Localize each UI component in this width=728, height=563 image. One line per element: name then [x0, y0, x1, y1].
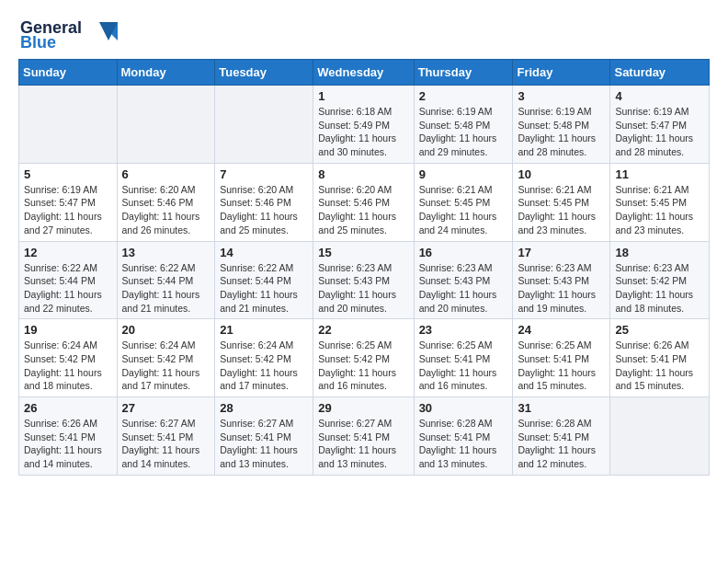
day-number: 3 — [518, 89, 605, 103]
calendar-cell: 16Sunrise: 6:23 AM Sunset: 5:43 PM Dayli… — [414, 241, 513, 319]
day-info: Sunrise: 6:20 AM Sunset: 5:46 PM Dayligh… — [220, 183, 308, 237]
calendar-cell: 5Sunrise: 6:19 AM Sunset: 5:47 PM Daylig… — [19, 163, 118, 241]
calendar-cell: 1Sunrise: 6:18 AM Sunset: 5:49 PM Daylig… — [313, 86, 414, 164]
calendar-cell: 20Sunrise: 6:24 AM Sunset: 5:42 PM Dayli… — [117, 319, 215, 397]
day-info: Sunrise: 6:21 AM Sunset: 5:45 PM Dayligh… — [615, 183, 704, 237]
calendar-cell: 31Sunrise: 6:28 AM Sunset: 5:41 PM Dayli… — [513, 397, 610, 476]
day-info: Sunrise: 6:19 AM Sunset: 5:47 PM Dayligh… — [24, 183, 112, 237]
day-number: 16 — [419, 246, 508, 259]
weekday-wednesday: Wednesday — [313, 60, 414, 86]
day-info: Sunrise: 6:19 AM Sunset: 5:48 PM Dayligh… — [419, 105, 508, 159]
day-info: Sunrise: 6:23 AM Sunset: 5:43 PM Dayligh… — [419, 261, 508, 316]
day-info: Sunrise: 6:26 AM Sunset: 5:41 PM Dayligh… — [615, 339, 704, 393]
day-number: 5 — [24, 167, 112, 181]
day-number: 4 — [615, 89, 704, 103]
day-info: Sunrise: 6:27 AM Sunset: 5:41 PM Dayligh… — [220, 417, 308, 471]
calendar-week-1: 1Sunrise: 6:18 AM Sunset: 5:49 PM Daylig… — [19, 86, 710, 164]
calendar-cell — [117, 86, 215, 164]
day-number: 25 — [615, 323, 704, 337]
calendar-cell: 30Sunrise: 6:28 AM Sunset: 5:41 PM Dayli… — [414, 397, 513, 476]
day-number: 27 — [122, 401, 210, 415]
logo-svg: General Blue — [18, 15, 119, 50]
day-info: Sunrise: 6:20 AM Sunset: 5:46 PM Dayligh… — [318, 183, 408, 237]
day-number: 21 — [220, 323, 308, 337]
calendar-cell: 4Sunrise: 6:19 AM Sunset: 5:47 PM Daylig… — [610, 86, 710, 164]
day-number: 2 — [419, 89, 508, 103]
day-info: Sunrise: 6:21 AM Sunset: 5:45 PM Dayligh… — [518, 183, 605, 237]
weekday-tuesday: Tuesday — [215, 60, 313, 86]
calendar-cell: 11Sunrise: 6:21 AM Sunset: 5:45 PM Dayli… — [610, 163, 710, 241]
day-info: Sunrise: 6:22 AM Sunset: 5:44 PM Dayligh… — [220, 261, 308, 316]
day-info: Sunrise: 6:26 AM Sunset: 5:41 PM Dayligh… — [24, 417, 112, 471]
day-number: 9 — [419, 167, 508, 181]
calendar-table: SundayMondayTuesdayWednesdayThursdayFrid… — [18, 59, 710, 476]
calendar-cell: 14Sunrise: 6:22 AM Sunset: 5:44 PM Dayli… — [215, 241, 313, 319]
day-number: 30 — [419, 401, 508, 415]
day-info: Sunrise: 6:25 AM Sunset: 5:42 PM Dayligh… — [318, 339, 408, 393]
calendar-cell: 8Sunrise: 6:20 AM Sunset: 5:46 PM Daylig… — [313, 163, 414, 241]
day-info: Sunrise: 6:23 AM Sunset: 5:43 PM Dayligh… — [518, 261, 605, 316]
day-info: Sunrise: 6:24 AM Sunset: 5:42 PM Dayligh… — [122, 339, 210, 393]
weekday-header-row: SundayMondayTuesdayWednesdayThursdayFrid… — [19, 60, 710, 86]
weekday-thursday: Thursday — [414, 60, 513, 86]
day-number: 13 — [122, 246, 210, 259]
calendar-cell: 2Sunrise: 6:19 AM Sunset: 5:48 PM Daylig… — [414, 86, 513, 164]
calendar-cell: 21Sunrise: 6:24 AM Sunset: 5:42 PM Dayli… — [215, 319, 313, 397]
day-number: 19 — [24, 323, 112, 337]
day-number: 24 — [518, 323, 605, 337]
calendar-page: General Blue SundayMondayTuesdayWednesda… — [0, 0, 728, 490]
calendar-cell: 6Sunrise: 6:20 AM Sunset: 5:46 PM Daylig… — [117, 163, 215, 241]
calendar-cell — [215, 86, 313, 164]
day-number: 6 — [122, 167, 210, 181]
day-number: 22 — [318, 323, 408, 337]
day-info: Sunrise: 6:24 AM Sunset: 5:42 PM Dayligh… — [24, 339, 112, 393]
calendar-cell: 26Sunrise: 6:26 AM Sunset: 5:41 PM Dayli… — [19, 397, 118, 476]
day-number: 10 — [518, 167, 605, 181]
calendar-cell: 19Sunrise: 6:24 AM Sunset: 5:42 PM Dayli… — [19, 319, 118, 397]
weekday-friday: Friday — [513, 60, 610, 86]
day-info: Sunrise: 6:28 AM Sunset: 5:41 PM Dayligh… — [518, 417, 605, 471]
calendar-cell: 7Sunrise: 6:20 AM Sunset: 5:46 PM Daylig… — [215, 163, 313, 241]
day-number: 26 — [24, 401, 112, 415]
calendar-cell: 28Sunrise: 6:27 AM Sunset: 5:41 PM Dayli… — [215, 397, 313, 476]
day-number: 1 — [318, 89, 408, 103]
calendar-week-3: 12Sunrise: 6:22 AM Sunset: 5:44 PM Dayli… — [19, 241, 710, 319]
calendar-cell: 27Sunrise: 6:27 AM Sunset: 5:41 PM Dayli… — [117, 397, 215, 476]
day-info: Sunrise: 6:19 AM Sunset: 5:47 PM Dayligh… — [615, 105, 704, 159]
calendar-cell: 24Sunrise: 6:25 AM Sunset: 5:41 PM Dayli… — [513, 319, 610, 397]
day-info: Sunrise: 6:27 AM Sunset: 5:41 PM Dayligh… — [122, 417, 210, 471]
calendar-cell: 15Sunrise: 6:23 AM Sunset: 5:43 PM Dayli… — [313, 241, 414, 319]
day-info: Sunrise: 6:19 AM Sunset: 5:48 PM Dayligh… — [518, 105, 605, 159]
day-number: 29 — [318, 401, 408, 415]
day-number: 18 — [615, 246, 704, 259]
day-info: Sunrise: 6:28 AM Sunset: 5:41 PM Dayligh… — [419, 417, 508, 471]
day-number: 8 — [318, 167, 408, 181]
calendar-week-5: 26Sunrise: 6:26 AM Sunset: 5:41 PM Dayli… — [19, 397, 710, 476]
calendar-week-2: 5Sunrise: 6:19 AM Sunset: 5:47 PM Daylig… — [19, 163, 710, 241]
calendar-cell: 29Sunrise: 6:27 AM Sunset: 5:41 PM Dayli… — [313, 397, 414, 476]
calendar-cell: 10Sunrise: 6:21 AM Sunset: 5:45 PM Dayli… — [513, 163, 610, 241]
weekday-saturday: Saturday — [610, 60, 710, 86]
header: General Blue — [18, 15, 710, 50]
day-info: Sunrise: 6:21 AM Sunset: 5:45 PM Dayligh… — [419, 183, 508, 237]
calendar-cell: 12Sunrise: 6:22 AM Sunset: 5:44 PM Dayli… — [19, 241, 118, 319]
calendar-cell: 13Sunrise: 6:22 AM Sunset: 5:44 PM Dayli… — [117, 241, 215, 319]
day-number: 28 — [220, 401, 308, 415]
day-number: 11 — [615, 167, 704, 181]
day-info: Sunrise: 6:22 AM Sunset: 5:44 PM Dayligh… — [24, 261, 112, 316]
day-info: Sunrise: 6:18 AM Sunset: 5:49 PM Dayligh… — [318, 105, 408, 159]
svg-text:Blue: Blue — [20, 33, 56, 50]
day-info: Sunrise: 6:23 AM Sunset: 5:43 PM Dayligh… — [318, 261, 408, 316]
day-number: 20 — [122, 323, 210, 337]
calendar-cell: 18Sunrise: 6:23 AM Sunset: 5:42 PM Dayli… — [610, 241, 710, 319]
calendar-week-4: 19Sunrise: 6:24 AM Sunset: 5:42 PM Dayli… — [19, 319, 710, 397]
calendar-cell: 25Sunrise: 6:26 AM Sunset: 5:41 PM Dayli… — [610, 319, 710, 397]
day-info: Sunrise: 6:27 AM Sunset: 5:41 PM Dayligh… — [318, 417, 408, 471]
day-number: 17 — [518, 246, 605, 259]
day-info: Sunrise: 6:23 AM Sunset: 5:42 PM Dayligh… — [615, 261, 704, 316]
calendar-cell: 3Sunrise: 6:19 AM Sunset: 5:48 PM Daylig… — [513, 86, 610, 164]
calendar-cell: 22Sunrise: 6:25 AM Sunset: 5:42 PM Dayli… — [313, 319, 414, 397]
calendar-cell: 17Sunrise: 6:23 AM Sunset: 5:43 PM Dayli… — [513, 241, 610, 319]
weekday-sunday: Sunday — [19, 60, 118, 86]
calendar-cell — [19, 86, 118, 164]
